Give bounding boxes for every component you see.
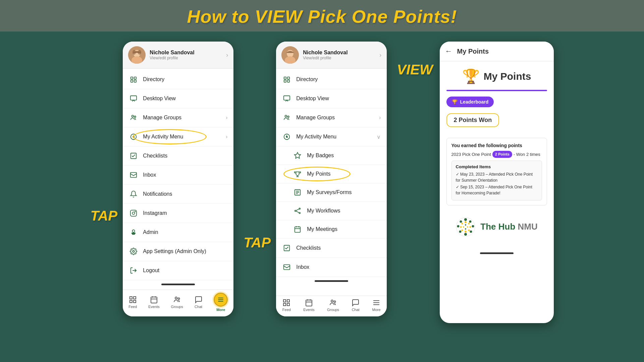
menu-item-inbox-2[interactable]: Inbox: [276, 258, 387, 277]
leaderboard-button[interactable]: 🏆 Leaderboard: [446, 97, 494, 107]
svg-point-18: [135, 211, 136, 212]
points-badge: 2 Points: [492, 151, 512, 158]
menu-label-desktop-2: Desktop View: [296, 96, 381, 102]
nav-events-2[interactable]: Events: [303, 299, 315, 312]
svg-point-87: [465, 221, 467, 223]
svg-rect-66: [287, 300, 289, 302]
menu-label-directory-1: Directory: [143, 76, 227, 82]
profile-bar-2[interactable]: Nichole Sandoval View/edit profile ›: [276, 42, 387, 69]
menu-item-appsettings-1[interactable]: App Settings (Admin Only): [123, 242, 233, 261]
workflows-icon-2: [293, 206, 302, 216]
profile-bar-1[interactable]: Nichole Sandoval View/edit profile ›: [123, 42, 233, 69]
completed-title: Completed Items: [456, 164, 538, 169]
nav-more-label-2: More: [372, 308, 381, 312]
svg-point-22: [133, 250, 135, 252]
nav-groups-1[interactable]: Groups: [171, 296, 183, 309]
points-hero: 🏆 My Points: [446, 68, 547, 84]
svg-rect-42: [284, 80, 286, 82]
nav-more-2[interactable]: More: [372, 299, 381, 312]
point-suffix: - Won 2 times: [514, 151, 540, 158]
menu-item-admin-1[interactable]: Admin: [123, 223, 233, 242]
menu-item-checklists-2[interactable]: Checklists: [276, 239, 387, 258]
menu-label-activity-1: My Activity Menu: [143, 134, 226, 140]
phone-screen-3: ← My Points 🏆 My Points 🏆 Leaderboard: [440, 42, 554, 323]
nav-chat-2[interactable]: Chat: [352, 299, 360, 312]
svg-rect-68: [287, 303, 289, 306]
page-header: How to VIEW Pick One Points!: [0, 0, 644, 32]
sub-label-meetings-2: My Meetings: [307, 226, 337, 232]
svg-point-45: [285, 115, 287, 117]
svg-point-79: [464, 218, 467, 221]
nav-events-1[interactable]: Events: [148, 296, 160, 309]
bottom-bar-2: [315, 280, 348, 282]
leaderboard-trophy-icon: 🏆: [452, 99, 458, 105]
meetings-icon-2: [293, 225, 302, 234]
activity-arrow-1: ›: [226, 134, 227, 140]
nav-groups-2[interactable]: Groups: [327, 299, 339, 312]
svg-point-74: [334, 301, 336, 303]
menu-label-desktop-1: Desktop View: [143, 96, 227, 102]
menu-item-directory-1[interactable]: Directory: [123, 70, 233, 89]
nav-chat-1[interactable]: Chat: [195, 296, 203, 309]
bottom-nav-2: Feed Events Groups Chat More: [276, 296, 387, 316]
svg-rect-44: [284, 96, 290, 100]
desktop-icon-1: [129, 94, 138, 103]
menu-item-activity-1[interactable]: My Activity Menu ›: [123, 127, 233, 146]
sub-label-badges-2: My Badges: [307, 153, 334, 159]
nav-feed-1[interactable]: Feed: [128, 296, 137, 309]
svg-point-46: [288, 116, 289, 118]
nav-events-label-1: Events: [148, 305, 160, 309]
menu-item-notifications-1[interactable]: Notifications: [123, 185, 233, 204]
menu-item-desktop-1[interactable]: Desktop View: [123, 89, 233, 108]
nav-more-1[interactable]: More: [214, 293, 228, 312]
profile-chevron-2: ›: [379, 52, 381, 59]
menu-item-activity-2[interactable]: My Activity Menu ∨: [276, 127, 387, 146]
menu-item-groups-2[interactable]: Manage Groups ›: [276, 108, 387, 127]
sub-item-workflows-2[interactable]: My Workflows: [276, 202, 387, 220]
nav-feed-label-1: Feed: [128, 305, 137, 309]
nav-feed-2[interactable]: Feed: [282, 299, 291, 312]
menu-label-appsettings-1: App Settings (Admin Only): [143, 248, 227, 254]
bottom-bar-3: [480, 252, 514, 254]
sub-item-points-2[interactable]: My Points: [276, 165, 387, 183]
sub-item-meetings-2[interactable]: My Meetings: [276, 220, 387, 239]
svg-point-88: [468, 223, 470, 224]
groups-icon-1: [129, 113, 138, 122]
menu-item-directory-2[interactable]: Directory: [276, 70, 387, 89]
completed-items-box: Completed Items ✓ May 23, 2023 – Attende…: [451, 161, 542, 200]
menu-item-logout-1[interactable]: Logout: [123, 261, 233, 280]
point-row: 2023 Pick One Point 2 Points - Won 2 tim…: [451, 151, 542, 158]
phone-screen-2: Nichole Sandoval View/edit profile › Dir…: [276, 42, 387, 316]
menu-item-instagram-1[interactable]: Instagram: [123, 204, 233, 223]
directory-icon-1: [129, 75, 138, 84]
point-line-text: 2023 Pick One Point: [451, 151, 491, 158]
phone2-wrapper: TAP Nichole Sandoval View/edit profile ›: [244, 42, 387, 316]
menu-item-checklists-1[interactable]: Checklists: [123, 146, 233, 166]
nav-chat-label-2: Chat: [352, 308, 360, 312]
activity-icon-1: [129, 132, 138, 141]
svg-point-83: [464, 233, 467, 236]
menu-label-activity-2: My Activity Menu: [296, 134, 377, 140]
inbox-icon-1: [129, 170, 138, 180]
nav-chat-label-1: Chat: [195, 305, 202, 309]
svg-point-92: [462, 229, 463, 231]
back-button[interactable]: ←: [445, 47, 452, 56]
svg-point-19: [132, 230, 135, 232]
hub-logo-icon: [455, 217, 476, 237]
sub-item-badges-2[interactable]: My Badges: [276, 146, 387, 165]
sub-label-surveys-2: My Surveys/Forms: [307, 189, 352, 195]
phone3-wrapper: VIEW ← My Points 🏆 My Points 🏆 Leade: [397, 42, 553, 323]
svg-rect-40: [284, 77, 286, 79]
menu-item-groups-1[interactable]: Manage Groups ›: [123, 108, 233, 127]
settings-icon-1: [129, 247, 138, 256]
menu-item-inbox-1[interactable]: Inbox: [123, 166, 233, 185]
profile-sub-1: View/edit profile: [150, 56, 226, 60]
menu-item-desktop-2[interactable]: Desktop View: [276, 89, 387, 108]
trophy-hero-icon: 🏆: [462, 68, 480, 84]
svg-point-48: [286, 136, 287, 137]
svg-point-80: [469, 220, 472, 223]
sub-item-surveys-2[interactable]: My Surveys/Forms: [276, 183, 387, 202]
svg-rect-28: [151, 297, 157, 303]
hub-logo-text-container: The Hub NMU: [480, 222, 537, 232]
menu-label-inbox-2: Inbox: [296, 264, 381, 270]
